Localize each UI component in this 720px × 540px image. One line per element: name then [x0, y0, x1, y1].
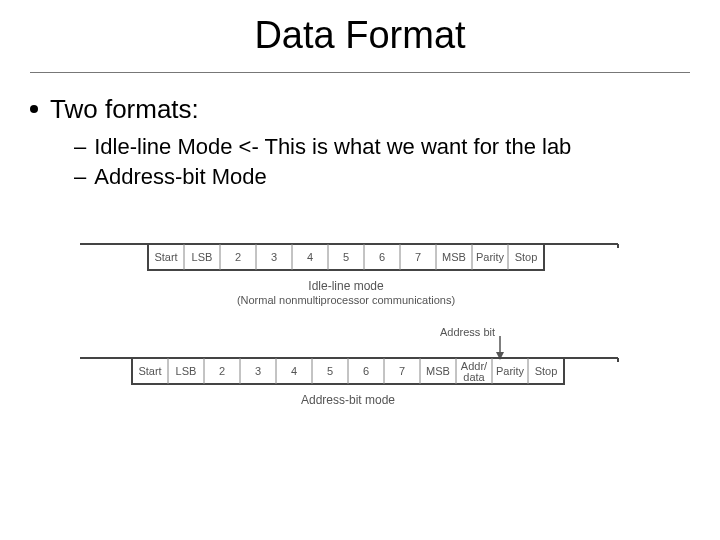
idle-marker: 6: [379, 251, 385, 263]
addr-marker: 5: [327, 365, 333, 377]
sub-bullet-2: –Address-bit Mode: [74, 164, 267, 190]
idle-marker: MSB: [442, 251, 466, 263]
title-divider: [30, 72, 690, 73]
sub-bullet-2-text: Address-bit Mode: [94, 164, 266, 189]
idle-marker: Start: [154, 251, 177, 263]
address-bit-frame: Address bit: [80, 326, 618, 407]
address-bit-label: Address bit: [440, 326, 495, 338]
addr-marker: Parity: [496, 365, 525, 377]
idle-line-frame: Start LSB 2 3 4 5 6 7 MSB Parity Stop Id…: [80, 244, 618, 306]
bullet-main: Two formats:: [30, 94, 199, 125]
dash-icon: –: [74, 164, 86, 189]
addr-marker: 2: [219, 365, 225, 377]
idle-marker: 7: [415, 251, 421, 263]
idle-marker: Stop: [515, 251, 538, 263]
addr-marker-addrdata-2: data: [463, 371, 485, 383]
idle-marker: LSB: [192, 251, 213, 263]
timing-diagram: Start LSB 2 3 4 5 6 7 MSB Parity Stop Id…: [80, 240, 640, 464]
sub-bullet-1-text: Idle-line Mode <- This is what we want f…: [94, 134, 571, 159]
idle-mode-label: Idle-line mode: [308, 279, 384, 293]
addr-marker: 3: [255, 365, 261, 377]
sub-bullet-1: –Idle-line Mode <- This is what we want …: [74, 134, 571, 160]
addr-mode-label: Address-bit mode: [301, 393, 395, 407]
addr-marker: MSB: [426, 365, 450, 377]
idle-marker: 3: [271, 251, 277, 263]
addr-marker: 4: [291, 365, 297, 377]
idle-marker: Parity: [476, 251, 505, 263]
slide-title: Data Format: [0, 14, 720, 57]
idle-marker: 4: [307, 251, 313, 263]
addr-marker: LSB: [176, 365, 197, 377]
diagram-svg: Start LSB 2 3 4 5 6 7 MSB Parity Stop Id…: [80, 240, 640, 460]
addr-marker: Start: [138, 365, 161, 377]
addr-marker: Stop: [535, 365, 558, 377]
idle-mode-sublabel: (Normal nonmultiprocessor communications…: [237, 294, 455, 306]
idle-marker: 2: [235, 251, 241, 263]
addr-marker: 7: [399, 365, 405, 377]
bullet-main-text: Two formats:: [50, 94, 199, 124]
idle-marker: 5: [343, 251, 349, 263]
addr-marker: 6: [363, 365, 369, 377]
bullet-dot-icon: [30, 105, 38, 113]
dash-icon: –: [74, 134, 86, 159]
